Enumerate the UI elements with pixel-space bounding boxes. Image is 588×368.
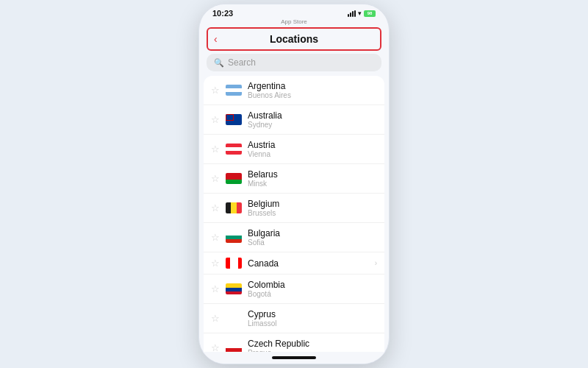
status-bar: 10:23 ▾ 98 bbox=[199, 4, 389, 19]
favorite-star-icon[interactable]: ☆ bbox=[211, 313, 220, 324]
app-store-label: App Store bbox=[199, 18, 389, 25]
country-name: Australia bbox=[248, 110, 377, 121]
country-name: Belarus bbox=[248, 169, 377, 180]
country-info: ColombiaBogotá bbox=[248, 280, 377, 298]
search-bar[interactable]: 🔍 Search bbox=[207, 54, 381, 71]
search-placeholder: Search bbox=[228, 57, 256, 68]
country-flag bbox=[226, 232, 242, 243]
country-name: Canada bbox=[248, 258, 369, 269]
favorite-star-icon[interactable]: ☆ bbox=[211, 232, 220, 243]
country-name: Cyprus bbox=[248, 309, 377, 319]
country-flag bbox=[226, 144, 242, 155]
list-item[interactable]: ☆ArgentinaBuenos Aires bbox=[204, 76, 384, 105]
country-name: Czech Republic bbox=[248, 339, 377, 349]
country-city: Buenos Aires bbox=[248, 91, 377, 99]
status-icons: ▾ 98 bbox=[348, 10, 376, 17]
country-name: Austria bbox=[248, 140, 377, 150]
country-name: Argentina bbox=[248, 81, 377, 91]
country-info: BelarusMinsk bbox=[248, 169, 377, 188]
country-flag bbox=[226, 283, 242, 294]
country-flag bbox=[226, 313, 242, 324]
country-flag bbox=[226, 342, 242, 352]
search-icon: 🔍 bbox=[214, 58, 224, 68]
country-city: Sofia bbox=[248, 238, 377, 247]
list-item[interactable]: ☆CyprusLimassol bbox=[204, 304, 384, 333]
country-city: Sydney bbox=[248, 121, 377, 129]
phone-frame: 10:23 ▾ 98 App Store ‹ Locations 🔍 Searc… bbox=[198, 4, 390, 364]
list-item[interactable]: ☆BelarusMinsk bbox=[204, 164, 384, 194]
list-item[interactable]: ☆Canada› bbox=[204, 252, 384, 275]
battery-icon: 98 bbox=[364, 10, 376, 17]
country-name: Belgium bbox=[248, 199, 377, 209]
status-time: 10:23 bbox=[212, 9, 233, 18]
list-item[interactable]: ☆AustraliaSydney bbox=[204, 105, 384, 135]
signal-icon bbox=[348, 10, 356, 17]
country-flag bbox=[226, 85, 242, 96]
country-name: Bulgaria bbox=[248, 228, 377, 238]
country-city: Limassol bbox=[248, 319, 377, 328]
favorite-star-icon[interactable]: ☆ bbox=[211, 144, 220, 155]
country-info: BulgariaSofia bbox=[248, 228, 377, 247]
country-city: Vienna bbox=[248, 150, 377, 158]
wifi-icon: ▾ bbox=[358, 10, 362, 17]
favorite-star-icon[interactable]: ☆ bbox=[211, 258, 220, 269]
favorite-star-icon[interactable]: ☆ bbox=[211, 173, 220, 184]
country-info: Canada bbox=[248, 258, 369, 269]
favorite-star-icon[interactable]: ☆ bbox=[211, 114, 220, 125]
country-info: CyprusLimassol bbox=[248, 309, 377, 328]
country-info: AustriaVienna bbox=[248, 140, 377, 158]
country-flag bbox=[226, 202, 242, 213]
back-button[interactable]: ‹ bbox=[214, 33, 218, 45]
country-flag bbox=[226, 173, 242, 184]
home-indicator bbox=[272, 356, 316, 359]
page-title: Locations bbox=[270, 33, 318, 45]
list-item[interactable]: ☆BulgariaSofia bbox=[204, 223, 384, 252]
country-info: Czech RepublicPrague bbox=[248, 339, 377, 352]
country-name: Colombia bbox=[248, 280, 377, 290]
locations-list: ☆ArgentinaBuenos Aires☆AustraliaSydney☆A… bbox=[204, 76, 384, 352]
list-item[interactable]: ☆BelgiumBrussels bbox=[204, 194, 384, 223]
country-city: Minsk bbox=[248, 180, 377, 188]
favorite-star-icon[interactable]: ☆ bbox=[211, 342, 220, 352]
favorite-star-icon[interactable]: ☆ bbox=[211, 202, 220, 213]
country-city: Bogotá bbox=[248, 290, 377, 298]
list-item[interactable]: ☆Czech RepublicPrague bbox=[204, 333, 384, 352]
list-item[interactable]: ☆AustriaVienna bbox=[204, 135, 384, 164]
bottom-bar bbox=[199, 352, 389, 364]
chevron-right-icon: › bbox=[375, 259, 377, 267]
country-info: AustraliaSydney bbox=[248, 110, 377, 129]
country-flag bbox=[226, 114, 242, 125]
nav-bar: ‹ Locations bbox=[207, 27, 381, 51]
country-flag bbox=[226, 258, 242, 269]
favorite-star-icon[interactable]: ☆ bbox=[211, 85, 220, 96]
list-item[interactable]: ☆ColombiaBogotá bbox=[204, 275, 384, 304]
country-info: BelgiumBrussels bbox=[248, 199, 377, 217]
country-city: Brussels bbox=[248, 209, 377, 217]
country-info: ArgentinaBuenos Aires bbox=[248, 81, 377, 99]
favorite-star-icon[interactable]: ☆ bbox=[211, 283, 220, 294]
